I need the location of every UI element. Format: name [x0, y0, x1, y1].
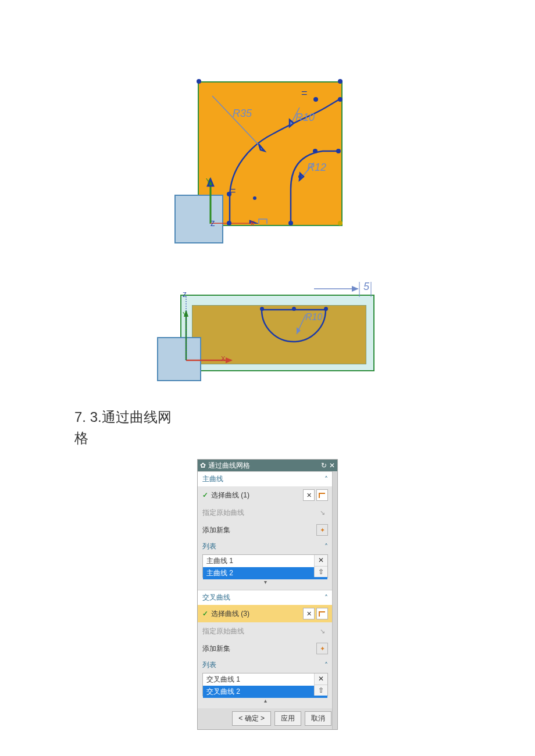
select-curve-label: 选择曲线 (3): [211, 609, 301, 619]
chevron-up-icon: ˄: [324, 594, 328, 602]
list-label: 列表: [202, 542, 324, 551]
arrow-icon: ↘: [316, 507, 328, 518]
curve-type-icon[interactable]: [316, 608, 328, 619]
axis-y-label: Y: [183, 311, 187, 318]
cross-list[interactable]: 交叉曲线 1 交叉曲线 2 ✕ ⇧: [202, 673, 328, 696]
sketch-figure-2: 5 R10 Z Y X: [157, 276, 378, 392]
list-item[interactable]: 主曲线 2: [203, 567, 327, 579]
check-icon: ✓: [202, 491, 208, 499]
arrow-icon: ↘: [316, 625, 328, 637]
section-heading: 7. 3.通过曲线网 格: [0, 392, 535, 449]
list-item[interactable]: 交叉曲线 1: [203, 673, 327, 686]
section-primary-curves[interactable]: 主曲线 ˄: [198, 471, 333, 486]
move-up-icon[interactable]: ⇧: [315, 685, 327, 696]
dialog-button-row: < 确定 > 应用 取消: [198, 708, 337, 729]
add-new-label: 添加新集: [202, 644, 315, 654]
axis-y-label: Y: [206, 177, 211, 185]
primary-list[interactable]: 主曲线 1 主曲线 2 ✕ ⇧: [202, 554, 328, 578]
list-label: 列表: [202, 660, 324, 670]
sketch-curves: [198, 81, 340, 224]
axis-z-label: Z: [183, 291, 187, 298]
delete-icon[interactable]: ✕: [315, 555, 327, 567]
svg-marker-21: [226, 357, 233, 363]
heading-line-2: 格: [74, 428, 535, 449]
heading-line-1: 7. 3.通过曲线网: [74, 407, 535, 428]
chevron-up-icon: ˄: [324, 661, 328, 669]
label-r10: R10: [295, 112, 315, 124]
svg-marker-15: [352, 286, 359, 292]
row-select-curve[interactable]: ✓ 选择曲线 (1) ✕: [202, 486, 328, 504]
equal-mark-1: =: [301, 87, 308, 99]
dialog-title: 通过曲线网格: [208, 461, 250, 471]
axis-x-label: X: [221, 355, 225, 362]
list-item[interactable]: 交叉曲线 2: [203, 686, 327, 698]
row-select-curve[interactable]: ✓ 选择曲线 (3) ✕: [198, 605, 333, 622]
xyz-icon[interactable]: ✕: [303, 489, 315, 501]
delete-icon[interactable]: ✕: [315, 673, 327, 685]
section-title: 主曲线: [202, 474, 223, 484]
close-icon[interactable]: ✕: [329, 461, 335, 470]
svg-marker-1: [259, 144, 265, 151]
label-r35: R35: [233, 108, 252, 120]
row-add-new-set[interactable]: 添加新集 ✦: [202, 521, 328, 539]
dimension-5: 5: [363, 281, 369, 293]
gear-icon: ✿: [200, 461, 206, 470]
svg-rect-10: [259, 219, 267, 224]
list-item[interactable]: 主曲线 1: [203, 555, 327, 567]
row-add-new-set[interactable]: 添加新集 ✦: [202, 640, 328, 657]
ok-button[interactable]: < 确定 >: [232, 711, 271, 726]
axis-z-label: Z: [211, 220, 215, 228]
dialog-scrollbar[interactable]: [332, 471, 337, 729]
add-new-label: 添加新集: [202, 525, 315, 535]
add-star-icon[interactable]: ✦: [316, 643, 328, 654]
cancel-button[interactable]: 取消: [305, 711, 331, 726]
label-r10: R10: [305, 312, 322, 323]
equal-mark-2: =: [230, 185, 236, 197]
section-cross-curves[interactable]: 交叉曲线 ˄: [198, 590, 333, 605]
row-list[interactable]: 列表 ˄: [202, 539, 328, 554]
xyz-icon[interactable]: ✕: [303, 608, 315, 619]
sketch-curves-2: [157, 276, 378, 392]
check-icon: ✓: [202, 610, 208, 618]
section-title: 交叉曲线: [202, 593, 230, 603]
move-up-icon[interactable]: ⇧: [315, 567, 327, 578]
svg-line-0: [212, 96, 265, 151]
apply-button[interactable]: 应用: [274, 711, 301, 726]
reset-icon[interactable]: ↻: [321, 461, 327, 470]
curve-type-icon[interactable]: [316, 489, 328, 501]
axis-x-label: X: [250, 220, 255, 228]
row-list[interactable]: 列表 ˄: [202, 657, 328, 673]
specify-origin-label: 指定原始曲线: [202, 508, 315, 518]
chevron-up-icon: ˄: [324, 543, 328, 551]
svg-marker-13: [297, 327, 301, 334]
label-r12: R12: [307, 162, 326, 174]
chevron-up-icon: ˄: [324, 475, 328, 483]
specify-origin-label: 指定原始曲线: [202, 626, 315, 636]
dialog-titlebar[interactable]: ✿ 通过曲线网格 ↻ ✕: [198, 460, 337, 471]
sketch-figure-1: R35 R10 R12 = = Y X Z: [174, 81, 361, 250]
select-curve-label: 选择曲线 (1): [211, 490, 301, 500]
add-star-icon[interactable]: ✦: [316, 524, 328, 536]
mesh-curves-dialog: ✿ 通过曲线网格 ↻ ✕ 主曲线 ˄ ✓ 选择曲线 (1) ✕: [197, 459, 338, 730]
